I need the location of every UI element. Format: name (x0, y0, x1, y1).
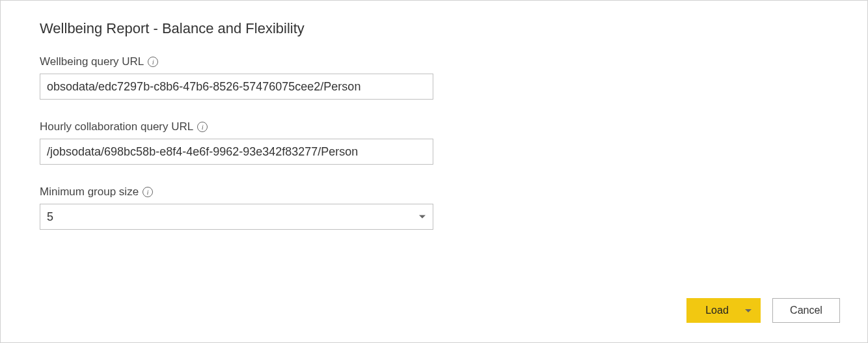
dialog-content: Wellbeing Report - Balance and Flexibili… (1, 1, 867, 270)
field-group-hourly-url: Hourly collaboration query URL i (40, 120, 828, 165)
wellbeing-url-label: Wellbeing query URL i (40, 55, 828, 68)
load-button-label: Load (696, 305, 739, 316)
load-button[interactable]: Load (686, 298, 761, 323)
dialog-footer: Load Cancel (686, 298, 840, 323)
info-icon[interactable]: i (148, 57, 158, 67)
wellbeing-url-label-text: Wellbeing query URL (40, 55, 144, 68)
wellbeing-url-input[interactable] (40, 74, 433, 100)
min-group-label-text: Minimum group size (40, 185, 139, 199)
hourly-url-label-text: Hourly collaboration query URL (40, 120, 193, 133)
info-icon[interactable]: i (142, 187, 153, 197)
dialog-title: Wellbeing Report - Balance and Flexibili… (40, 20, 828, 37)
cancel-button[interactable]: Cancel (772, 298, 840, 323)
min-group-label: Minimum group size i (40, 185, 828, 199)
chevron-down-icon (745, 309, 752, 312)
hourly-url-label: Hourly collaboration query URL i (40, 120, 828, 133)
hourly-url-input[interactable] (40, 139, 433, 165)
info-icon[interactable]: i (197, 122, 208, 132)
field-group-wellbeing-url: Wellbeing query URL i (40, 55, 828, 100)
min-group-select-wrapper: 5 (40, 204, 433, 230)
min-group-select[interactable]: 5 (40, 204, 433, 230)
field-group-min-group: Minimum group size i 5 (40, 185, 828, 230)
